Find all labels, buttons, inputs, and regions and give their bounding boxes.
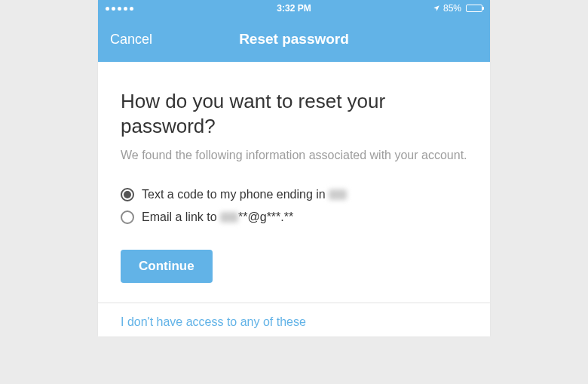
radio-icon [121,188,134,201]
status-bar: 3:32 PM 85% [98,0,490,17]
continue-button[interactable]: Continue [121,250,213,283]
phone-frame: 3:32 PM 85% Cancel Reset password How do… [98,0,490,336]
cancel-button[interactable]: Cancel [110,32,152,48]
option-text-code[interactable]: Text a code to my phone ending in [121,183,467,206]
option-label: Text a code to my phone ending in [142,188,329,201]
page-title: Reset password [98,31,490,48]
nav-bar: Cancel Reset password [98,17,490,62]
battery-icon [466,5,482,12]
headline: How do you want to reset your password? [121,89,467,138]
option-label: Email a link to [142,210,220,223]
no-access-link[interactable]: I don't have access to any of these [98,303,490,336]
main-content: How do you want to reset your password? … [98,62,490,303]
masked-email-prefix [220,212,238,223]
option-email-link[interactable]: Email a link to **@g***.** [121,206,467,229]
masked-email: **@g***.** [238,210,293,223]
radio-icon [121,210,134,224]
subtext: We found the following information assoc… [121,147,467,164]
status-time: 3:32 PM [98,3,490,14]
masked-phone [329,189,347,200]
